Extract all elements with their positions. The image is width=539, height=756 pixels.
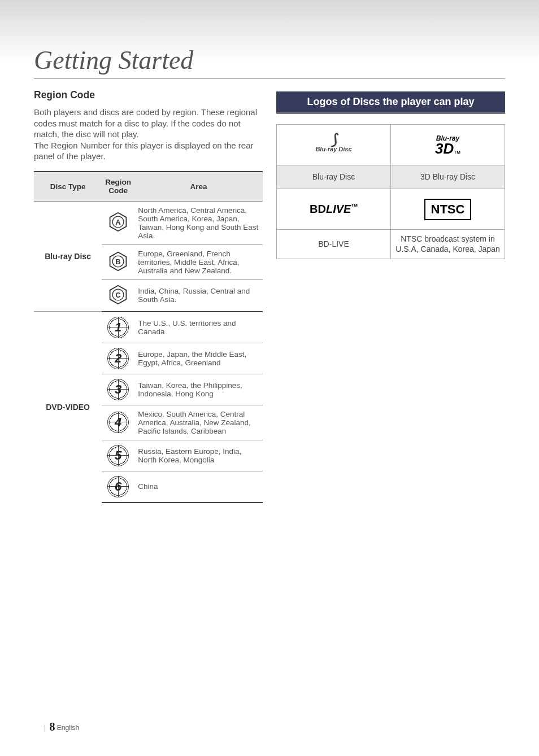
th-disc-type: Disc Type [34, 172, 102, 202]
svg-text:A: A [116, 219, 121, 226]
region-code-icon: C [102, 279, 134, 312]
bluray-3d-logo-icon: Blu-ray 3DTM [391, 125, 505, 165]
disc-type-cell: Blu-ray Disc [34, 201, 102, 312]
disc-type-cell: DVD-VIDEO [34, 312, 102, 502]
region-code-icon: 2 [102, 343, 134, 374]
table-row: Blu-ray DiscANorth America, Central Amer… [34, 201, 263, 244]
area-cell: India, China, Russia, Central and South … [134, 279, 263, 312]
th-region-code: Region Code [102, 172, 134, 202]
bd-live-logo-icon: BDLIVETM [277, 189, 391, 230]
region-code-icon: 5 [102, 440, 134, 471]
3d-bluray-disc-label: 3D Blu-ray Disc [391, 165, 505, 189]
region-code-table: Disc Type Region Code Area Blu-ray DiscA… [34, 171, 263, 503]
region-code-icon: 3 [102, 374, 134, 405]
logos-heading: Logos of Discs the player can play [276, 91, 505, 114]
bluray-disc-logo-text: Blu-ray Disc [315, 146, 351, 152]
page-title: Getting Started [34, 45, 505, 75]
area-cell: Europe, Japan, the Middle East, Egypt, A… [134, 343, 263, 374]
svg-text:C: C [116, 291, 121, 299]
area-cell: Taiwan, Korea, the Philippines, Indonesi… [134, 374, 263, 405]
bluray-disc-logo-icon: ⟆ Blu-ray Disc [277, 125, 391, 165]
area-cell: China [134, 471, 263, 502]
ntsc-label: NTSC broadcast system in U.S.A, Canada, … [391, 230, 505, 259]
bluray-disc-label: Blu-ray Disc [277, 165, 391, 189]
area-cell: Europe, Greenland, French territories, M… [134, 244, 263, 279]
region-code-icon: A [102, 201, 134, 244]
th-area: Area [134, 172, 263, 202]
region-code-icon: 6 [102, 471, 134, 502]
ntsc-logo-icon: NTSC [391, 189, 505, 230]
divider [34, 78, 505, 79]
area-cell: Russia, Eastern Europe, India, North Kor… [134, 440, 263, 471]
area-cell: North America, Central America, South Am… [134, 201, 263, 244]
table-row: DVD-VIDEO1The U.S., U.S. territories and… [34, 312, 263, 343]
region-code-icon: 1 [102, 312, 134, 343]
page-footer: | 8 English [44, 720, 79, 733]
region-code-icon: B [102, 244, 134, 279]
region-code-icon: 4 [102, 405, 134, 440]
region-code-paragraph: Both players and discs are coded by regi… [34, 107, 263, 162]
logos-table: ⟆ Blu-ray Disc Blu-ray 3DTM Blu-ray Disc… [276, 124, 505, 259]
bd-live-label: BD-LIVE [277, 230, 391, 259]
page-number: 8 [49, 720, 55, 733]
area-cell: The U.S., U.S. territories and Canada [134, 312, 263, 343]
svg-text:B: B [116, 257, 121, 265]
region-code-heading: Region Code [34, 89, 263, 101]
page-language: English [57, 724, 79, 732]
area-cell: Mexico, South America, Central America, … [134, 405, 263, 440]
